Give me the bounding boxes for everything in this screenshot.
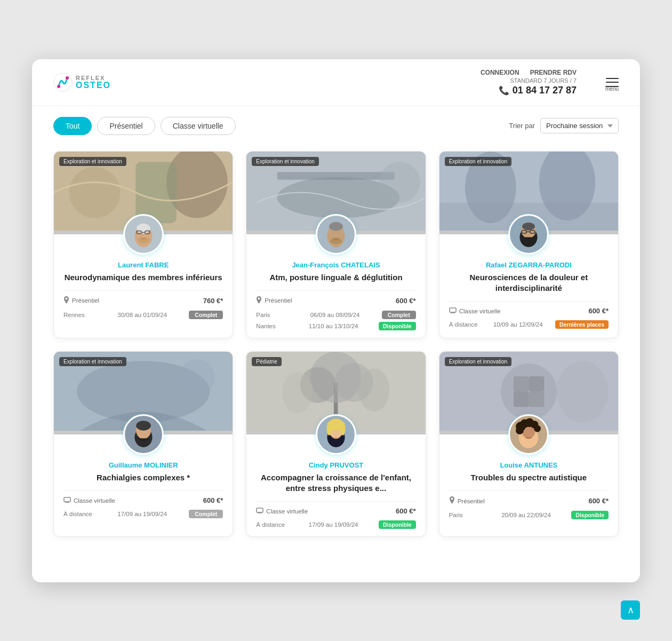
svg-point-82 <box>516 426 524 434</box>
card-type-icon <box>449 496 455 505</box>
session-row: À distance 17/09 au 19/09/24 Disponible <box>256 520 415 529</box>
card-image: Exploration et innovation <box>439 152 618 234</box>
card-item[interactable]: Pédiatrie Cindy PRUVOST Accompagner la c… <box>246 351 426 537</box>
scroll-top-button[interactable]: ∧ <box>621 600 640 620</box>
logo-text: REFLEX OSTEO <box>76 75 111 90</box>
prendre-rdv-link[interactable]: PRENDRE RDV <box>530 69 577 76</box>
logo: REFLEX OSTEO <box>53 73 111 92</box>
session-location: Rennes <box>63 312 95 318</box>
header-right: CONNEXION PRENDRE RDV STANDARD 7 JOURS /… <box>481 69 577 96</box>
svg-rect-35 <box>450 308 456 312</box>
card-instructor: Guillaume MOLINIER <box>63 461 223 469</box>
card-meta: Présentiel 760 €* <box>63 290 223 305</box>
card-avatar <box>508 214 549 255</box>
session-dates: 17/09 au 19/09/24 <box>288 521 379 528</box>
card-type-icon <box>256 296 262 305</box>
session-location: Paris <box>449 512 481 518</box>
card-item[interactable]: Exploration et innovation Jean-François … <box>246 151 426 338</box>
card-title: Rachialgies complexes * <box>63 472 223 483</box>
card-type-icon <box>256 507 263 515</box>
card-instructor: Jean-François CHATELAIS <box>256 261 415 269</box>
menu-button[interactable]: menu <box>605 78 619 87</box>
card-badge: Exploration et innovation <box>445 157 512 166</box>
svg-point-6 <box>69 167 121 218</box>
card-image: Exploration et innovation <box>246 152 425 234</box>
session-row: Paris 20/09 au 22/09/24 Disponible <box>449 511 609 519</box>
menu-line-2 <box>606 82 619 83</box>
card-title: Neurodynamique des membres inférieurs <box>63 272 223 283</box>
logo-reflex-text: REFLEX <box>76 75 111 81</box>
card-image: Exploration et innovation <box>54 152 233 234</box>
session-dates: 30/08 au 01/09/24 <box>95 312 189 318</box>
card-title: Accompagner la croissance de l'enfant, e… <box>256 472 415 494</box>
card-price: 600 €* <box>588 497 609 505</box>
svg-point-31 <box>522 222 535 230</box>
card-avatar <box>316 414 356 455</box>
card-type: Classe virtuelle <box>63 496 115 504</box>
session-status: Disponible <box>571 511 609 519</box>
svg-rect-71 <box>514 391 529 407</box>
card-item[interactable]: Exploration et innovation Louise ANTUNES… <box>439 351 619 537</box>
card-image: Pédiatrie <box>246 352 425 434</box>
card-price: 600 €* <box>396 507 416 515</box>
browser-window: REFLEX OSTEO CONNEXION PRENDRE RDV STAND… <box>32 59 640 582</box>
svg-point-68 <box>501 363 557 420</box>
session-status: Complet <box>189 311 223 319</box>
card-meta: Présentiel 600 €* <box>449 490 609 505</box>
svg-rect-63 <box>257 508 263 512</box>
svg-point-1 <box>57 85 60 88</box>
card-item[interactable]: Exploration et innovation Rafael ZEGARRA… <box>439 151 619 338</box>
card-type: Classe virtuelle <box>449 307 501 315</box>
card-avatar <box>123 214 164 255</box>
filter-tab-presentiel[interactable]: Présentiel <box>97 117 155 135</box>
cards-grid: Exploration et innovation Laurent FABRE … <box>32 140 640 553</box>
svg-point-45 <box>136 421 151 430</box>
svg-point-73 <box>557 361 608 422</box>
card-sessions: À distance 17/09 au 19/09/24 Complet <box>63 510 223 518</box>
svg-point-10 <box>137 223 150 233</box>
menu-label: menu <box>605 86 619 87</box>
session-status: Disponible <box>379 322 416 330</box>
session-dates: 20/09 au 22/09/24 <box>481 512 572 518</box>
session-status: Disponible <box>379 520 416 529</box>
session-location: À distance <box>449 321 481 328</box>
logo-icon <box>53 73 73 92</box>
svg-point-55 <box>282 372 313 413</box>
session-row: Nantes 11/10 au 13/10/24 Disponible <box>256 322 415 330</box>
card-instructor: Louise ANTUNES <box>449 461 609 469</box>
card-price: 600 €* <box>203 496 223 504</box>
card-badge: Exploration et innovation <box>59 157 126 166</box>
card-sessions: Paris 06/09 au 08/09/24 Complet Nantes 1… <box>256 311 415 330</box>
svg-rect-17 <box>277 172 395 179</box>
logo-osteo-text: OSTEO <box>76 81 111 90</box>
header: REFLEX OSTEO CONNEXION PRENDRE RDV STAND… <box>32 59 640 106</box>
card-sessions: À distance 10/09 au 12/09/24 Dernières p… <box>449 320 609 329</box>
svg-rect-72 <box>529 391 544 407</box>
session-row: Paris 06/09 au 08/09/24 Complet <box>256 311 415 319</box>
connexion-link[interactable]: CONNEXION <box>481 69 519 76</box>
session-status: Complet <box>189 510 223 518</box>
svg-point-81 <box>534 425 541 432</box>
card-badge: Exploration et innovation <box>59 357 126 366</box>
card-sessions: À distance 17/09 au 19/09/24 Disponible <box>256 520 415 529</box>
svg-point-62 <box>340 422 345 436</box>
filter-tab-tout[interactable]: Tout <box>53 117 92 135</box>
header-links: CONNEXION PRENDRE RDV <box>481 69 577 76</box>
svg-point-18 <box>379 162 420 203</box>
card-price: 760 €* <box>203 297 223 305</box>
card-type: Présentiel <box>449 496 485 505</box>
card-item[interactable]: Exploration et innovation Guillaume MOLI… <box>53 351 233 537</box>
session-location: À distance <box>63 511 95 517</box>
card-title: Atm, posture linguale & déglutition <box>256 272 415 283</box>
svg-point-2 <box>66 76 69 80</box>
card-meta: Classe virtuelle 600 €* <box>256 501 415 515</box>
header-phone: STANDARD 7 JOURS / 7 <box>510 77 577 84</box>
session-row: À distance 17/09 au 19/09/24 Complet <box>63 510 223 518</box>
svg-rect-46 <box>64 497 70 502</box>
filter-tab-classe-virtuelle[interactable]: Classe virtuelle <box>161 117 236 135</box>
sort-select[interactable]: Prochaine session Prix croissant Prix dé… <box>540 118 619 133</box>
card-meta: Présentiel 600 €* <box>256 290 415 305</box>
card-instructor: Laurent FABRE <box>63 261 223 269</box>
card-avatar <box>123 414 164 455</box>
card-item[interactable]: Exploration et innovation Laurent FABRE … <box>53 151 233 338</box>
